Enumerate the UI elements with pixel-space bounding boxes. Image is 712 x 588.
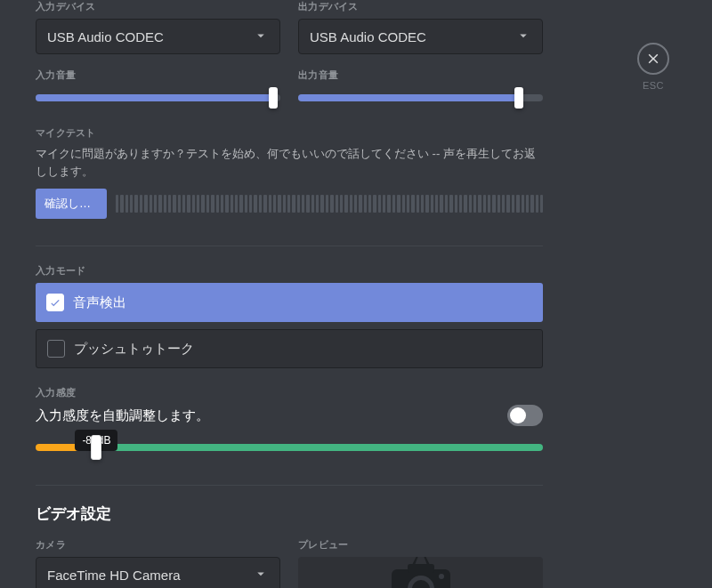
output-device-value: USB Audio CODEC <box>310 29 426 44</box>
camera-select[interactable]: FaceTime HD Camera <box>36 557 280 588</box>
divider <box>36 246 543 246</box>
push-to-talk-label: プッシュトゥトーク <box>74 341 194 358</box>
chevron-down-icon <box>253 28 269 46</box>
checkbox-checked-icon <box>46 294 64 311</box>
sensitivity-label: 入力感度 <box>36 386 543 399</box>
output-device-select[interactable]: USB Audio CODEC <box>298 19 543 54</box>
video-preview <box>298 557 543 588</box>
video-settings-title: ビデオ設定 <box>36 503 543 524</box>
toggle-thumb <box>510 407 526 423</box>
mic-test-button[interactable]: 確認しまし... <box>36 189 107 219</box>
mic-test-desc: マイクに問題がありますか？テストを始め、何でもいいので話してください -- 声を… <box>36 145 543 180</box>
input-device-label: 入力デバイス <box>36 0 280 13</box>
input-device-value: USB Audio CODEC <box>47 29 164 44</box>
input-device-select[interactable]: USB Audio CODEC <box>36 19 280 54</box>
close-icon <box>646 52 660 66</box>
voice-activity-label: 音声検出 <box>73 294 126 311</box>
output-device-label: 出力デバイス <box>298 0 543 13</box>
input-volume-slider[interactable] <box>36 87 280 109</box>
input-volume-label: 入力音量 <box>36 68 280 82</box>
mode-voice-activity[interactable]: 音声検出 <box>36 283 543 322</box>
preview-label: プレビュー <box>298 538 543 552</box>
svg-point-4 <box>439 574 444 579</box>
camera-label: カメラ <box>36 538 280 552</box>
chevron-down-icon <box>515 28 531 46</box>
sensitivity-slider[interactable]: -88dB <box>36 437 543 458</box>
camera-value: FaceTime HD Camera <box>47 568 180 583</box>
auto-sensitivity-toggle[interactable] <box>507 405 543 426</box>
svg-rect-1 <box>408 564 434 573</box>
output-volume-slider[interactable] <box>298 87 543 109</box>
close-esc-label: ESC <box>637 80 669 91</box>
output-volume-label: 出力音量 <box>298 68 543 82</box>
mode-push-to-talk[interactable]: プッシュトゥトーク <box>36 329 543 368</box>
input-mode-label: 入力モード <box>36 264 543 278</box>
sensitivity-auto-text: 入力感度を自動調整します。 <box>36 407 209 424</box>
mic-test-label: マイクテスト <box>36 126 543 140</box>
camera-icon <box>381 557 461 588</box>
close-button[interactable] <box>637 43 669 75</box>
mic-vu-meter <box>116 195 543 213</box>
checkbox-empty-icon <box>47 340 65 358</box>
chevron-down-icon <box>253 566 269 584</box>
divider <box>36 485 543 486</box>
